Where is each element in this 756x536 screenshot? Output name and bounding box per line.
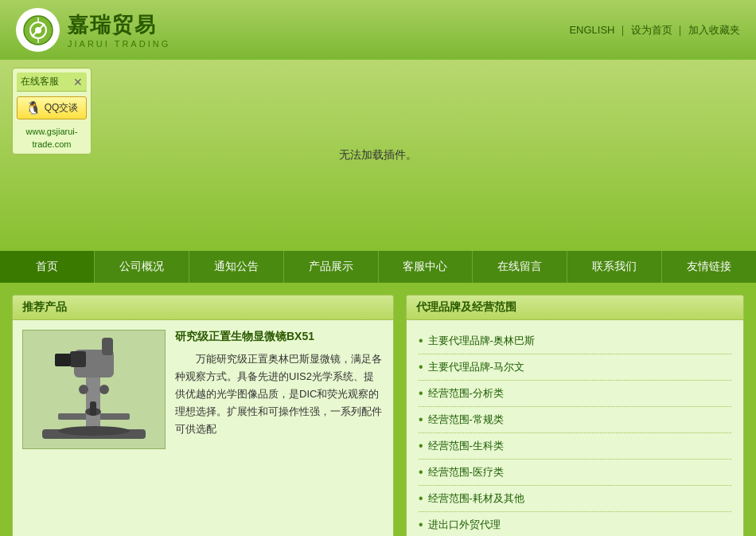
plugin-message: 无法加载插件。 [339,148,417,162]
logo-icon [16,8,60,52]
widget-header: 在线客服 ✕ [17,72,87,92]
english-link[interactable]: ENGLISH [569,24,614,36]
product-title[interactable]: 研究级正置生物显微镜BX51 [175,330,384,344]
widget-link: www.gsjiarui-trade.com [17,124,87,150]
svg-rect-12 [90,401,96,416]
nav-item-message[interactable]: 在线留言 [473,251,567,283]
right-panel-title: 代理品牌及经营范围 [407,295,743,320]
qq-icon: 🐧 [25,100,41,115]
nav-item-about[interactable]: 公司概况 [95,251,189,283]
website-link[interactable]: www.gsjiarui-trade.com [26,127,78,149]
brand-list: 主要代理品牌-奥林巴斯 主要代理品牌-马尔文 经营范围-分析类 经营范围-常规类… [407,320,743,536]
svg-point-17 [58,426,130,436]
brand-item-1[interactable]: 主要代理品牌-马尔文 [419,354,731,381]
set-home-link[interactable]: 设为首页 [631,24,672,36]
brand-item-4[interactable]: 经营范围-生科类 [419,433,731,460]
svg-rect-13 [70,351,86,367]
widget-close-button[interactable]: ✕ [73,76,83,88]
brand-item-2[interactable]: 经营范围-分析类 [419,381,731,407]
widget-title: 在线客服 [21,75,59,88]
header: 嘉瑞贸易 JIARUI TRADING ENGLISH ｜ 设为首页 ｜ 加入收… [0,0,756,60]
nav-item-home[interactable]: 首页 [0,251,95,283]
brand-item-6[interactable]: 经营范围-耗材及其他 [419,486,731,512]
nav-item-service[interactable]: 客服中心 [379,251,473,283]
svg-rect-10 [102,338,113,355]
left-panel: 推荐产品 [12,295,394,536]
qq-label: QQ交谈 [45,101,79,115]
right-panel: 代理品牌及经营范围 主要代理品牌-奥林巴斯 主要代理品牌-马尔文 经营范围-分析… [406,295,744,536]
logo-english-text: JIARUI TRADING [68,39,170,49]
product-card: 研究级正置生物显微镜BX51 万能研究级正置奥林巴斯显微镜，满足各种观察方式。具… [13,320,393,459]
nav-item-notice[interactable]: 通知公告 [189,251,284,283]
brand-item-3[interactable]: 经营范围-常规类 [419,407,731,433]
nav-bar: 首页 公司概况 通知公告 产品展示 客服中心 在线留言 联系我们 友情链接 [0,251,756,283]
product-info: 研究级正置生物显微镜BX51 万能研究级正置奥林巴斯显微镜，满足各种观察方式。具… [175,330,384,449]
header-links: ENGLISH ｜ 设为首页 ｜ 加入收藏夹 [569,23,740,37]
brand-item-7[interactable]: 进出口外贸代理 [419,512,731,536]
nav-item-contact[interactable]: 联系我们 [567,251,662,283]
svg-point-3 [35,27,41,33]
main-content: 推荐产品 [0,283,756,536]
brand-item-5[interactable]: 经营范围-医疗类 [419,460,731,486]
customer-service-widget: 在线客服 ✕ 🐧 QQ交谈 www.gsjiarui-trade.com [12,68,92,155]
product-description: 万能研究级正置奥林巴斯显微镜，满足各种观察方式。具备先进的UIS2光学系统、提供… [175,350,384,438]
logo-text: 嘉瑞贸易 JIARUI TRADING [68,11,170,49]
qq-button[interactable]: 🐧 QQ交谈 [17,96,87,119]
logo-chinese: 嘉瑞贸易 [68,11,170,39]
nav-item-products[interactable]: 产品展示 [284,251,379,283]
svg-point-16 [99,385,109,394]
banner-area: 在线客服 ✕ 🐧 QQ交谈 www.gsjiarui-trade.com 无法加… [0,60,756,251]
nav-item-links[interactable]: 友情链接 [662,251,756,283]
product-image [22,330,166,449]
svg-point-15 [79,385,88,394]
logo-area: 嘉瑞贸易 JIARUI TRADING [16,8,170,52]
add-fav-link[interactable]: 加入收藏夹 [688,24,740,36]
svg-rect-14 [55,354,71,366]
left-panel-title: 推荐产品 [13,295,393,320]
brand-item-0[interactable]: 主要代理品牌-奥林巴斯 [419,328,731,354]
